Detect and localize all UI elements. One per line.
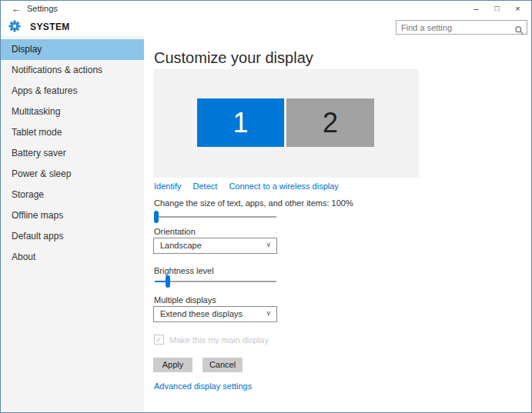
multiple-displays-value: Extend these displays [160,307,243,321]
settings-window: ← Settings – □ × [0,0,532,413]
apply-button[interactable]: Apply [153,358,192,372]
text-size-slider-track[interactable] [155,216,276,218]
sidebar-nav: Display Notifications & actions Apps & f… [1,39,144,268]
check-icon: ✓ [156,335,162,344]
main-display-checkbox-label: Make this my main display [169,335,269,345]
cancel-button[interactable]: Cancel [202,358,243,372]
brightness-label: Brightness level [154,266,214,275]
sidebar-item-display[interactable]: Display [1,39,144,60]
monitor-1[interactable]: 1 [197,98,284,147]
search-input[interactable] [396,21,527,34]
orientation-dropdown[interactable]: Landscape ∨ [153,238,277,254]
sidebar-item-battery-saver[interactable]: Battery saver [1,143,144,164]
maximize-icon: □ [494,4,499,12]
chevron-down-icon: ∨ [266,309,271,317]
main-content: Customize your display 1 2 Identify Dete… [144,36,531,412]
sidebar: Display Notifications & actions Apps & f… [1,36,144,412]
brightness-slider-track[interactable] [155,281,276,282]
multiple-displays-label: Multiple displays [154,295,216,305]
monitor-1-number: 1 [233,107,248,139]
search-box [396,20,527,35]
sidebar-item-apps-features[interactable]: Apps & features [1,81,144,102]
multiple-displays-dropdown[interactable]: Extend these displays ∨ [153,306,277,322]
window-title: Settings [27,4,58,13]
section-heading: Customize your display [154,49,313,67]
title-bar: ← Settings – □ × [1,1,531,18]
detect-link[interactable]: Detect [193,182,218,191]
brightness-slider[interactable] [154,275,277,288]
connect-wireless-display-link[interactable]: Connect to a wireless display [229,182,338,191]
advanced-display-settings-link[interactable]: Advanced display settings [154,381,252,391]
monitor-2[interactable]: 2 [286,98,374,147]
back-arrow-icon: ← [12,3,22,15]
sidebar-item-default-apps[interactable]: Default apps [1,226,144,247]
close-icon: × [515,4,520,13]
maximize-button[interactable]: □ [487,1,507,18]
text-size-label: Change the size of text, apps, and other… [154,198,353,208]
minimize-button[interactable]: – [466,1,487,18]
sidebar-item-tablet-mode[interactable]: Tablet mode [1,122,144,143]
page-header: SYSTEM [1,18,531,36]
page-title: SYSTEM [30,22,70,32]
sidebar-item-multitasking[interactable]: Multitasking [1,102,144,122]
sidebar-item-power-sleep[interactable]: Power & sleep [1,164,144,185]
back-button[interactable]: ← [8,2,24,17]
brightness-slider-thumb[interactable] [166,275,170,288]
minimize-icon: – [473,4,478,13]
identify-link[interactable]: Identify [154,182,181,191]
orientation-label: Orientation [154,227,196,236]
monitor-2-number: 2 [323,107,338,139]
main-display-checkbox: ✓ [154,335,164,345]
sidebar-item-storage[interactable]: Storage [1,185,144,205]
display-action-links: Identify Detect Connect to a wireless di… [154,182,348,191]
text-size-slider-thumb[interactable] [154,211,159,223]
gear-icon [8,19,22,36]
sidebar-item-about[interactable]: About [1,247,144,268]
orientation-value: Landscape [160,238,202,253]
sidebar-item-offline-maps[interactable]: Offline maps [1,205,144,226]
sidebar-item-notifications-actions[interactable]: Notifications & actions [1,60,144,81]
text-size-slider[interactable] [154,211,277,223]
window-controls: – □ × [466,1,528,18]
display-preview-area: 1 2 [153,69,419,178]
chevron-down-icon: ∨ [266,241,271,248]
close-button[interactable]: × [507,1,528,18]
